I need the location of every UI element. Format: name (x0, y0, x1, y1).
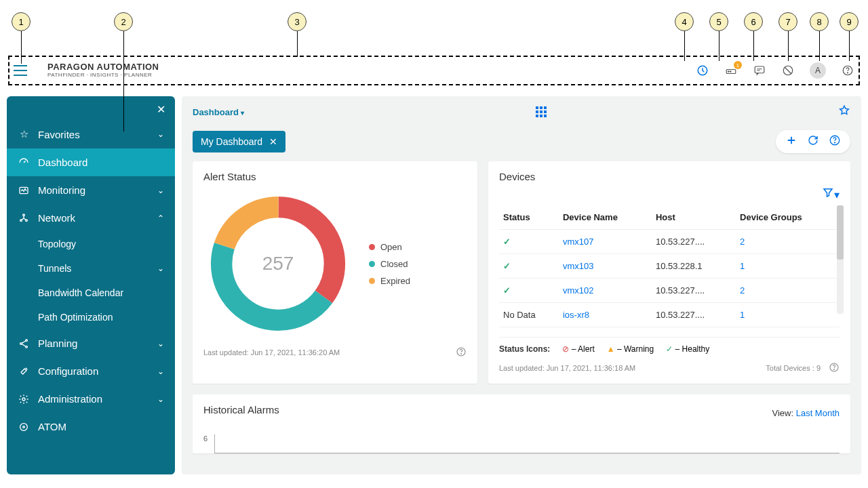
table-row[interactable]: ✓vmx10310.53.228.11 (499, 254, 840, 279)
apps-grid-icon[interactable] (536, 106, 547, 117)
healthy-icon: ✓ (503, 285, 511, 296)
chevron-down-icon: ⌄ (157, 186, 164, 195)
sidebar-sub-bwcal[interactable]: Bandwidth Calendar (7, 281, 175, 305)
healthy-icon: ✓ (503, 261, 511, 271)
groups-link[interactable]: 1 (736, 254, 840, 279)
card-title: Alert Status (203, 171, 467, 182)
card-updated: Last updated: Jun 17, 2021, 11:36:20 AM (203, 348, 340, 357)
sidebar-item-label: Configuration (38, 365, 98, 377)
toolbar-help-icon[interactable] (829, 134, 841, 149)
sidebar-item-label: Administration (38, 393, 102, 405)
feedback-icon[interactable] (753, 64, 766, 77)
svg-point-19 (835, 142, 835, 143)
sidebar-item-label: Network (38, 212, 75, 224)
sidebar-sub-label: Bandwidth Calendar (38, 287, 123, 298)
sidebar-item-administration[interactable]: Administration ⌄ (7, 385, 175, 413)
refresh-button[interactable] (807, 134, 819, 149)
legend-dot-open (369, 244, 375, 250)
callout-3: 3 (288, 12, 307, 31)
help-icon[interactable] (841, 64, 854, 77)
col-name[interactable]: Device Name (559, 205, 652, 230)
sidebar-item-favorites[interactable]: ☆ Favorites ⌄ (7, 120, 175, 148)
favorite-star-icon[interactable] (838, 104, 850, 119)
device-link[interactable]: vmx107 (559, 230, 652, 254)
top-banner: PARAGON AUTOMATION PATHFINDER · INSIGHTS… (0, 56, 868, 85)
hamburger-icon[interactable] (14, 65, 27, 76)
noaccess-icon[interactable] (781, 64, 795, 77)
close-tab-icon[interactable]: ✕ (269, 136, 277, 147)
svg-point-13 (20, 342, 22, 344)
sidebar-item-label: Monitoring (38, 184, 85, 196)
table-row[interactable]: ✓vmx10210.53.227....2 (499, 279, 840, 303)
groups-link[interactable]: 2 (736, 230, 840, 254)
svg-point-17 (20, 423, 28, 430)
callout-2: 2 (114, 12, 133, 31)
callout-1: 1 (12, 12, 31, 31)
cell: 10.53.227.... (652, 230, 736, 254)
legend-label: – Alert (572, 344, 595, 354)
healthy-icon: ✓ (503, 237, 511, 247)
svg-point-16 (23, 426, 25, 428)
status-nodata: No Data (499, 303, 559, 327)
svg-point-24 (461, 354, 462, 354)
callout-line (719, 31, 719, 61)
table-row[interactable]: ✓vmx10710.53.227....2 (499, 230, 840, 254)
gear-icon (18, 394, 30, 405)
sidebar-sub-topology[interactable]: Topology (7, 232, 175, 256)
warning-icon: ▲ (607, 344, 615, 354)
callout-9: 9 (840, 12, 859, 31)
callout-7: 7 (778, 12, 797, 31)
groups-link[interactable]: 2 (736, 279, 840, 303)
legend-dot-closed (369, 261, 375, 267)
y-tick: 6 (203, 434, 208, 443)
card-help-icon[interactable] (456, 346, 467, 359)
sidebar-item-configuration[interactable]: Configuration ⌄ (7, 357, 175, 385)
sidebar-item-dashboard[interactable]: Dashboard (7, 148, 175, 176)
hardware-health-icon[interactable]: 1 (724, 64, 738, 77)
tab-my-dashboard[interactable]: My Dashboard ✕ (193, 131, 285, 152)
svg-point-9 (23, 214, 25, 216)
filter-icon[interactable]: ▾ (822, 186, 840, 201)
chevron-down-icon: ⌄ (157, 339, 164, 348)
sidebar-item-network[interactable]: Network ⌃ (7, 204, 175, 232)
cell: 10.53.228.1 (652, 254, 736, 279)
widget-toolbar (776, 130, 850, 153)
col-status[interactable]: Status (499, 205, 559, 230)
sidebar-item-monitoring[interactable]: Monitoring ⌄ (7, 176, 175, 204)
device-link[interactable]: ios-xr8 (559, 303, 652, 327)
device-link[interactable]: vmx102 (559, 279, 652, 303)
historical-alarms-card: Historical Alarms View: Last Month 6 (193, 394, 850, 453)
groups-link[interactable]: 1 (736, 303, 840, 327)
card-help-icon[interactable] (829, 362, 840, 374)
legend-label: Open (380, 242, 402, 252)
callout-8: 8 (810, 12, 829, 31)
view-select[interactable]: Last Month (796, 408, 840, 418)
devices-scrollbar[interactable] (837, 205, 844, 314)
sidebar-item-planning[interactable]: Planning ⌄ (7, 329, 175, 357)
breadcrumb[interactable]: Dashboard (193, 107, 244, 117)
badge-count: 1 (734, 61, 742, 69)
scrollbar-thumb[interactable] (837, 205, 844, 260)
alert-donut-chart: 257 (203, 189, 353, 338)
svg-point-12 (26, 340, 28, 342)
sidebar-item-atom[interactable]: ATOM (7, 413, 175, 441)
device-link[interactable]: vmx103 (559, 254, 652, 279)
col-groups[interactable]: Device Groups (736, 205, 840, 230)
donut-legend: Open Closed Expired (369, 242, 410, 286)
close-sidebar-icon[interactable]: ✕ (157, 103, 165, 116)
share-icon (18, 338, 30, 349)
col-host[interactable]: Host (652, 205, 736, 230)
callout-line (123, 31, 124, 131)
sidebar-sub-label: Tunnels (38, 263, 71, 274)
sidebar-sub-tunnels[interactable]: Tunnels⌄ (7, 256, 175, 281)
table-row[interactable]: No Dataios-xr810.53.227....1 (499, 303, 840, 327)
scheduler-icon[interactable] (696, 64, 709, 77)
card-title: Devices (499, 171, 840, 182)
logo-subtitle: PATHFINDER · INSIGHTS · PLANNER (47, 73, 159, 79)
user-avatar[interactable]: A (810, 62, 826, 79)
legend-label: – Healthy (675, 344, 710, 354)
add-widget-button[interactable] (785, 134, 797, 149)
main-panel: Dashboard My Dashboard ✕ Alert Status (182, 96, 861, 474)
sidebar-sub-label: Topology (38, 239, 76, 249)
sidebar-sub-pathopt[interactable]: Path Optimization (7, 305, 175, 329)
